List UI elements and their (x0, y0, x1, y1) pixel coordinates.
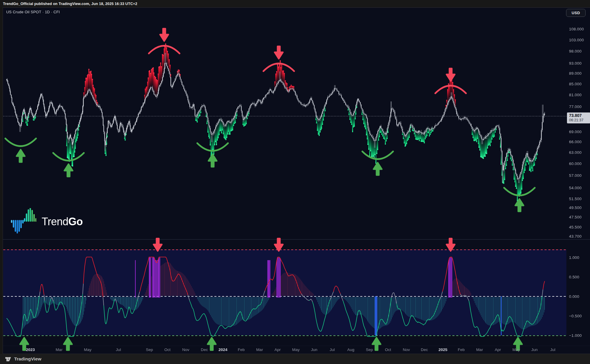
symbol-title: US Crude Oil SPOT · 1D · CFI (6, 10, 60, 14)
time-tick-label: Nov (403, 347, 410, 352)
tradingview-logo-text[interactable]: TradingView (14, 356, 41, 362)
time-tick-label: Jul (550, 347, 555, 352)
price-tick-label: 89.000 (569, 71, 582, 76)
price-tick-label: 49.500 (569, 205, 582, 210)
indicator-tick-label: −0.500 (569, 314, 582, 318)
indicator-tick-label: 0.500 (569, 275, 579, 279)
time-tick-label: Jul (330, 347, 335, 352)
price-tick-label: 98.000 (569, 49, 582, 53)
publish-header: TrendGo_Official published on TradingVie… (0, 0, 590, 7)
current-price-value: 73.807 (569, 113, 590, 118)
time-tick-label: Oct (164, 347, 170, 352)
price-tick-label: 63.000 (569, 150, 582, 155)
time-tick-label: Aug (347, 347, 354, 352)
time-tick-year-label: 2023 (26, 347, 35, 352)
time-tick-label: Jul (116, 347, 121, 352)
price-tick-label: 69.000 (569, 129, 582, 134)
time-tick-label: Apr (274, 347, 281, 352)
price-tick-label: 54.000 (569, 185, 582, 190)
time-tick-label: May (512, 347, 520, 352)
current-price-line (3, 116, 566, 116)
current-price-label: 73.807 06:21:37 (567, 112, 590, 123)
trendgo-logo-icon (11, 208, 36, 235)
published-line: TrendGo_Official published on TradingVie… (3, 2, 137, 6)
price-tick-label: 43.700 (569, 234, 582, 239)
bar-countdown: 06:21:37 (569, 118, 590, 123)
time-tick-label: Mar (56, 347, 62, 352)
price-tick-label: 93.000 (569, 61, 582, 66)
time-tick-label: Dec (201, 347, 208, 352)
price-tick-label: 103.000 (569, 37, 584, 42)
price-tick-label: 57.000 (569, 173, 582, 177)
trendgo-watermark: TrendGo (11, 208, 83, 235)
price-tick-label: 45.500 (569, 225, 582, 229)
time-tick-label: Feb (238, 347, 245, 352)
price-tick-label: 108.000 (569, 27, 584, 31)
time-tick-label: Sep (146, 347, 153, 352)
time-tick-year-label: 2025 (439, 347, 447, 352)
time-tick-label: Mar (256, 347, 263, 352)
indicator-tick-label: −1.000 (569, 333, 582, 338)
footer-bar: TradingView (0, 354, 590, 364)
time-tick-label: Apr (495, 347, 501, 352)
price-tick-label: 51.500 (569, 196, 582, 201)
time-tick-label: Feb (458, 347, 464, 352)
time-tick-label: Sep (366, 347, 373, 352)
time-tick-label: May (292, 347, 300, 352)
indicator-tick-label: 0.000 (569, 294, 579, 299)
tradingview-logo-icon[interactable] (5, 356, 12, 363)
trendgo-logo-text: TrendGo (42, 216, 83, 228)
time-tick-label: Mar (476, 347, 483, 352)
currency-button[interactable]: USD (566, 9, 586, 17)
time-tick-label: Jun (311, 347, 317, 352)
price-tick-label: 85.000 (569, 81, 582, 86)
time-tick-label: May (84, 347, 92, 352)
time-tick-label: Dec (421, 347, 428, 352)
price-tick-label: 81.000 (569, 93, 582, 97)
indicator-tick-label: 1.000 (569, 255, 579, 260)
time-tick-year-label: 2024 (219, 347, 227, 352)
time-tick-label: Jun (531, 347, 538, 352)
price-tick-label: 66.000 (569, 140, 582, 144)
pane-separator[interactable] (3, 239, 590, 240)
chart-area[interactable]: US Crude Oil SPOT · 1D · CFI USD 108.000… (3, 7, 590, 354)
price-tick-label: 47.500 (569, 215, 582, 219)
candlestick-oscillator-canvas[interactable] (3, 8, 590, 354)
time-tick-label: Nov (182, 347, 189, 352)
price-tick-label: 77.000 (569, 104, 582, 109)
price-tick-label: 60.000 (569, 161, 582, 166)
time-tick-label: Oct (385, 347, 391, 352)
